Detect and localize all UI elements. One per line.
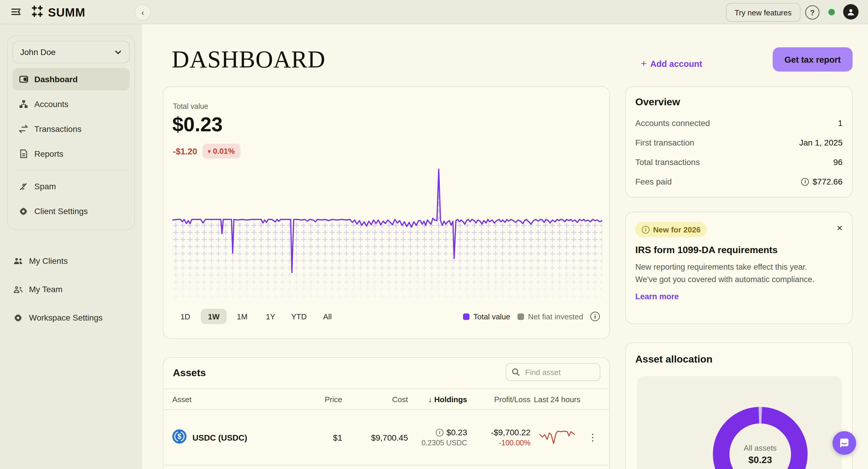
sidebar-item-my-clients[interactable]: My Clients bbox=[7, 249, 135, 272]
sidebar-item-transactions[interactable]: Transactions bbox=[12, 118, 130, 140]
sidebar-item-workspace-settings[interactable]: Workspace Settings bbox=[7, 306, 135, 329]
chart-legend: Total value Net fiat invested i bbox=[463, 309, 600, 324]
sidebar-item-label: Transactions bbox=[34, 124, 82, 134]
total-value-line-chart[interactable] bbox=[172, 165, 602, 299]
asset-row-usdc[interactable]: $ USDC (USDC) $1 $9,700.45 i $0.23 0.230… bbox=[163, 410, 610, 465]
user-avatar[interactable] bbox=[843, 4, 859, 20]
app-logo[interactable]: SUMM bbox=[31, 5, 85, 20]
profile-switcher[interactable]: John Doe bbox=[12, 41, 130, 63]
asset-price: $1 bbox=[314, 433, 342, 442]
sidebar-item-label: My Team bbox=[29, 284, 62, 294]
search-input[interactable] bbox=[524, 367, 591, 377]
col-last-24-hours[interactable]: Last 24 hours bbox=[530, 395, 584, 404]
main-content: DASHBOARD + Add account Get tax report T… bbox=[142, 24, 868, 469]
total-value-amount: $0.23 bbox=[172, 113, 223, 136]
person-icon bbox=[846, 7, 856, 16]
col-asset[interactable]: Asset bbox=[172, 395, 314, 404]
sort-arrow-down-icon: ↓ bbox=[428, 395, 432, 404]
people-icon bbox=[13, 256, 23, 266]
range-1d[interactable]: 1D bbox=[172, 309, 198, 324]
col-price[interactable]: Price bbox=[314, 395, 342, 404]
gear-icon bbox=[18, 206, 28, 216]
irs-banner-card: i New for 2026 × IRS form 1099-DA requir… bbox=[625, 212, 852, 324]
legend-net-fiat-invested[interactable]: Net fiat invested bbox=[518, 312, 583, 321]
sidebar-item-label: My Clients bbox=[29, 256, 68, 266]
org-chart-icon bbox=[18, 99, 28, 109]
sidebar-item-label: Accounts bbox=[34, 99, 68, 109]
chat-launcher-button[interactable] bbox=[833, 431, 856, 455]
pl-percent: -100.00% bbox=[467, 439, 530, 447]
chat-bubble-icon bbox=[838, 437, 850, 449]
col-holdings-sorted[interactable]: ↓ Holdings bbox=[408, 395, 467, 404]
sidebar-item-label: Spam bbox=[34, 181, 56, 191]
add-account-button[interactable]: + Add account bbox=[641, 58, 703, 70]
range-1m[interactable]: 1M bbox=[229, 309, 255, 324]
sidebar-item-spam[interactable]: Spam bbox=[12, 175, 130, 198]
total-value-label: Total value bbox=[173, 102, 209, 110]
green-status-dot-icon bbox=[828, 8, 835, 15]
wallet-icon bbox=[18, 74, 28, 84]
sidebar-item-label: Reports bbox=[34, 149, 63, 159]
sidebar-collapse-button[interactable]: ‹ bbox=[134, 4, 151, 21]
chart-info-icon[interactable]: i bbox=[590, 312, 600, 321]
range-all[interactable]: All bbox=[314, 309, 340, 324]
overview-row-first-transaction: First transaction Jan 1, 2025 bbox=[635, 138, 842, 147]
menu-toggle-icon[interactable] bbox=[11, 6, 21, 20]
pl-value: -$9,700.22 bbox=[467, 428, 530, 437]
search-icon bbox=[512, 368, 520, 376]
logo-plus-grid-icon bbox=[31, 5, 44, 20]
status-indicator[interactable] bbox=[825, 6, 837, 18]
total-value-card: Total value $0.23 -$1.20 ▾ 0.01% bbox=[163, 86, 610, 339]
profile-name: John Doe bbox=[20, 47, 56, 57]
holdings-quantity: 0.2305 USDC bbox=[408, 439, 467, 447]
page-title: DASHBOARD bbox=[172, 45, 326, 73]
asset-allocation-donut-chart[interactable]: All assets $0.23 bbox=[713, 407, 808, 469]
sidebar-item-label: Client Settings bbox=[34, 206, 88, 216]
chevron-down-icon bbox=[114, 48, 122, 56]
sidebar-item-label: Dashboard bbox=[34, 74, 78, 84]
allocation-chart-panel: All assets $0.23 bbox=[637, 376, 842, 469]
row-kebab-menu-icon[interactable]: ⋮ bbox=[584, 432, 601, 443]
col-cost[interactable]: Cost bbox=[342, 395, 408, 404]
holdings-value: $0.23 bbox=[446, 428, 467, 437]
sidebar-divider bbox=[15, 170, 127, 170]
range-1y[interactable]: 1Y bbox=[257, 309, 284, 324]
change-percent-badge: ▾ 0.01% bbox=[203, 144, 240, 159]
sidebar-item-my-team[interactable]: My Team bbox=[7, 278, 135, 300]
change-amount: -$1.20 bbox=[173, 146, 197, 156]
team-icon bbox=[13, 284, 23, 294]
fees-info-icon[interactable]: i bbox=[801, 178, 809, 186]
legend-swatch-gray bbox=[518, 313, 524, 320]
asset-name: USDC (USDC) bbox=[192, 433, 247, 442]
sidebar-item-accounts[interactable]: Accounts bbox=[12, 93, 130, 115]
try-new-features-button[interactable]: Try new features bbox=[725, 3, 801, 22]
chart-area-pattern bbox=[172, 169, 602, 299]
close-icon[interactable]: × bbox=[837, 223, 842, 233]
col-profit-loss[interactable]: Profit/Loss bbox=[467, 395, 530, 404]
legend-total-value[interactable]: Total value bbox=[463, 312, 510, 321]
sidebar-item-dashboard[interactable]: Dashboard bbox=[12, 68, 130, 91]
asset-allocation-title: Asset allocation bbox=[635, 354, 713, 366]
learn-more-link[interactable]: Learn more bbox=[635, 292, 842, 301]
overview-row-fees-paid: Fees paid i $772.66 bbox=[635, 177, 842, 186]
plus-icon: + bbox=[641, 58, 647, 70]
asset-allocation-card: Asset allocation All assets $0.23 bbox=[625, 342, 852, 469]
asset-cost: $9,700.45 bbox=[342, 433, 408, 442]
logo-wordmark: SUMM bbox=[48, 6, 85, 19]
range-1w[interactable]: 1W bbox=[201, 309, 227, 324]
help-icon[interactable]: ? bbox=[805, 5, 819, 20]
svg-text:$: $ bbox=[178, 433, 182, 440]
info-icon: i bbox=[642, 226, 650, 233]
new-for-2026-badge: i New for 2026 bbox=[635, 222, 707, 237]
sidebar-item-client-settings[interactable]: Client Settings bbox=[12, 200, 130, 222]
assets-card: Assets Asset Price Cost ↓ Holdings Profi… bbox=[163, 357, 610, 469]
assets-title: Assets bbox=[173, 367, 206, 379]
holdings-info-icon[interactable]: i bbox=[436, 429, 443, 436]
triangle-down-icon: ▾ bbox=[208, 148, 211, 154]
asset-row-2[interactable]: i $0.00 bbox=[163, 465, 610, 469]
sidebar-item-reports[interactable]: Reports bbox=[12, 142, 130, 165]
range-ytd[interactable]: YTD bbox=[286, 309, 312, 324]
get-tax-report-button[interactable]: Get tax report bbox=[773, 47, 852, 72]
find-asset-search[interactable] bbox=[506, 363, 600, 381]
overview-row-total-transactions: Total transactions 96 bbox=[635, 157, 842, 167]
